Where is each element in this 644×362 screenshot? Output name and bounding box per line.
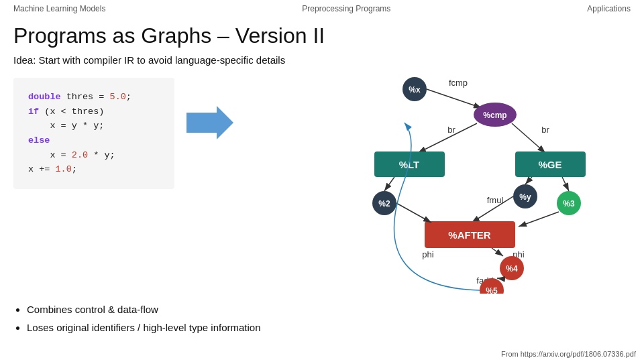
svg-text:%GE: %GE — [538, 159, 561, 170]
svg-text:%3: %3 — [563, 199, 575, 208]
graph-area: %x fcmp %cmp br br %LT %GE %y — [246, 72, 631, 294]
code-line-4: else — [28, 133, 160, 148]
header-right: Applications — [587, 4, 631, 13]
svg-text:fcmp: fcmp — [449, 78, 468, 88]
svg-marker-0 — [186, 106, 233, 139]
svg-line-27 — [492, 248, 503, 256]
code-line-6: x += 1.0; — [28, 162, 160, 177]
svg-text:%AFTER: %AFTER — [448, 229, 491, 241]
page-title: Programs as Graphs – Version II — [0, 17, 644, 52]
source-citation: From https://arxiv.org/pdf/1806.07336.pd… — [501, 350, 636, 358]
code-line-1: double thres = 5.0; — [28, 90, 160, 105]
arrow-icon — [186, 106, 233, 139]
svg-text:%cmp: %cmp — [483, 111, 506, 120]
svg-line-19 — [562, 177, 569, 191]
svg-text:br: br — [447, 125, 455, 135]
svg-text:br: br — [541, 125, 549, 135]
svg-line-30 — [497, 278, 503, 279]
header-left: Machine Learning Models — [13, 4, 105, 13]
svg-line-5 — [427, 89, 482, 108]
svg-line-10 — [512, 123, 545, 153]
code-block: double thres = 5.0; if (x < thres) x = y… — [13, 78, 174, 189]
bullet-1: Combines control & data-flow — [27, 300, 631, 318]
svg-line-23 — [519, 212, 559, 227]
svg-line-18 — [525, 177, 532, 184]
svg-text:%4: %4 — [506, 264, 518, 274]
svg-line-17 — [384, 177, 394, 191]
svg-text:%x: %x — [409, 85, 421, 95]
bullet-2: Loses original identifiers / high-level … — [27, 318, 631, 337]
subtitle: Idea: Start with compiler IR to avoid la… — [0, 52, 644, 72]
svg-text:%5: %5 — [486, 286, 498, 294]
graph-svg: %x fcmp %cmp br br %LT %GE %y — [246, 72, 631, 294]
header-center: Preprocessing Programs — [302, 4, 390, 13]
code-line-5: x = 2.0 * y; — [28, 148, 160, 163]
svg-text:%y: %y — [519, 192, 531, 202]
arrow-container — [174, 106, 246, 139]
header: Machine Learning Models Preprocessing Pr… — [0, 0, 644, 17]
main-content: double thres = 5.0; if (x < thres) x = y… — [0, 72, 644, 294]
svg-line-22 — [396, 203, 431, 223]
svg-text:%2: %2 — [378, 199, 390, 208]
code-line-2: if (x < thres) — [28, 105, 160, 119]
svg-text:phi: phi — [422, 249, 433, 259]
bullets-list: Combines control & data-flow Loses origi… — [0, 294, 644, 337]
code-line-3: x = y * y; — [28, 119, 160, 133]
